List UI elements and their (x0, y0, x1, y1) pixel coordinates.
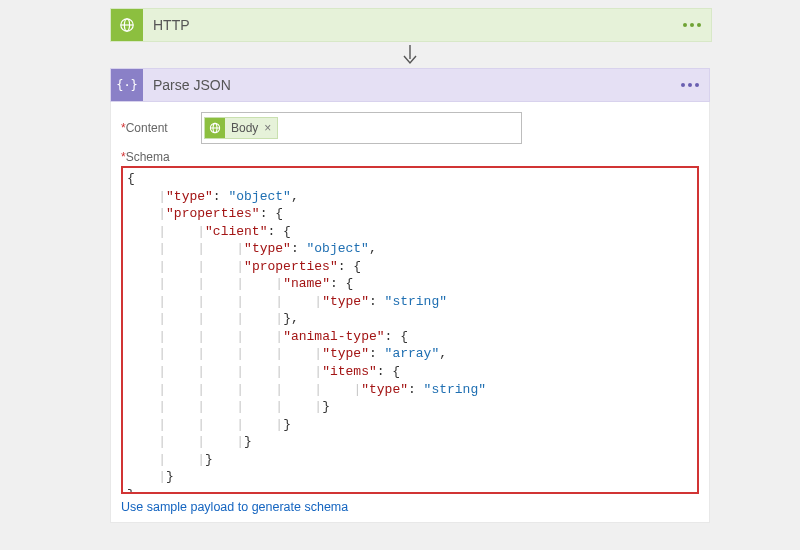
parse-json-menu[interactable] (681, 83, 709, 87)
http-action-title: HTTP (143, 17, 190, 33)
generate-schema-link[interactable]: Use sample payload to generate schema (121, 500, 348, 514)
globe-icon (111, 9, 143, 41)
content-label: *Content (121, 121, 201, 135)
globe-icon (205, 118, 225, 138)
content-label-text: Content (126, 121, 168, 135)
schema-label-text: Schema (126, 150, 170, 164)
close-icon[interactable]: × (264, 121, 271, 135)
braces-icon: {·} (111, 69, 143, 101)
http-action-card[interactable]: HTTP (110, 8, 712, 42)
schema-editor[interactable]: { |"type": "object", |"properties": { | … (121, 166, 699, 494)
parse-json-header[interactable]: {·} Parse JSON (110, 68, 710, 102)
body-token-label: Body (231, 121, 258, 135)
schema-label: *Schema (121, 150, 201, 164)
parse-json-card: {·} Parse JSON *Content (110, 68, 710, 523)
flow-arrow-icon (400, 44, 420, 68)
schema-field-row: *Schema (121, 150, 699, 164)
http-action-menu[interactable] (683, 23, 711, 27)
parse-json-body: *Content Body × (110, 102, 710, 523)
parse-json-title: Parse JSON (143, 77, 231, 93)
content-field-row: *Content Body × (121, 112, 699, 144)
content-input[interactable]: Body × (201, 112, 522, 144)
body-token[interactable]: Body × (204, 117, 278, 139)
